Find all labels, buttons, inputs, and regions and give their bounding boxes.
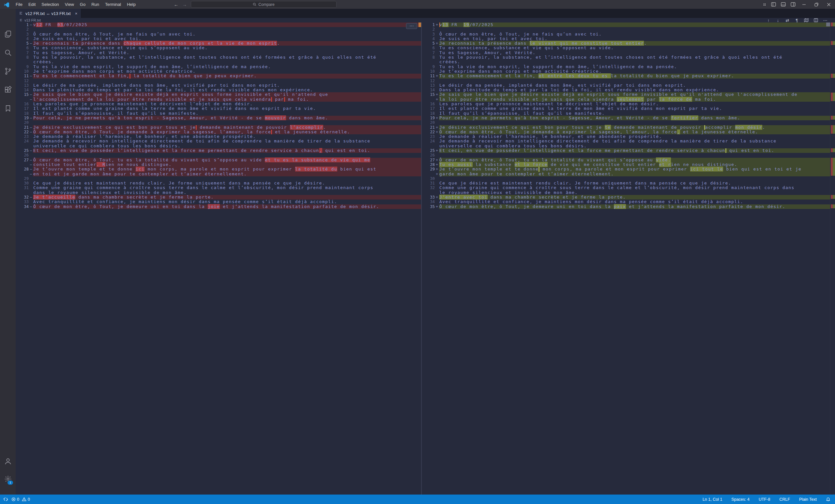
diff-row-original-11[interactable]: 11−Tu es le commencement et la fin, la t… bbox=[16, 74, 421, 78]
code-text[interactable]: Comme une graine qui commence à croître … bbox=[439, 186, 830, 190]
diff-row-original-34[interactable]: 34−Ô cœur de mon être, ô Tout, je demeur… bbox=[16, 204, 421, 209]
code-text[interactable] bbox=[439, 153, 830, 158]
more-actions-icon[interactable]: ⋯ bbox=[822, 18, 828, 22]
code-text[interactable]: Dans la plénitude du temps et par la loi… bbox=[439, 88, 830, 92]
code-text[interactable]: Tu es le commencement et la fin, la tota… bbox=[33, 74, 421, 78]
diff-row-original-26[interactable]: 26 bbox=[16, 153, 421, 158]
code-text[interactable]: Ce que je désire est maintenant rendu cl… bbox=[33, 181, 421, 186]
code-text[interactable]: la loi pour être rendu visible et je sai… bbox=[439, 97, 830, 102]
code-text[interactable]: créées. bbox=[439, 60, 830, 64]
minimize-icon[interactable] bbox=[798, 0, 810, 9]
cursor-position[interactable]: Ln 1, Col 1 bbox=[702, 497, 722, 502]
code-text[interactable] bbox=[33, 27, 421, 31]
split-editor-icon[interactable] bbox=[813, 18, 818, 22]
line-number[interactable]: 13 bbox=[422, 83, 435, 88]
line-number[interactable] bbox=[16, 172, 29, 176]
line-number[interactable]: 7 bbox=[422, 50, 435, 55]
line-number[interactable]: 2 bbox=[16, 27, 29, 31]
code-text[interactable]: Je désire exclusivement ce qui est bon p… bbox=[33, 125, 421, 130]
code-text[interactable]: v13 FR 19/07/2025 bbox=[439, 22, 830, 27]
code-text[interactable]: Il est planté comme une graine dans la t… bbox=[33, 106, 421, 111]
diff-row-original-6[interactable]: 6Tu es conscience, substance et vie qui … bbox=[16, 46, 421, 50]
diff-row-modified-11[interactable]: 11+Tu es le commencement et la fin, et e… bbox=[422, 74, 830, 78]
diff-row-original-31[interactable]: 31Comme une graine qui commence à croîtr… bbox=[16, 186, 421, 190]
line-number[interactable] bbox=[16, 144, 29, 148]
diff-row-original-2[interactable]: 2 bbox=[16, 27, 421, 31]
code-text[interactable] bbox=[439, 79, 830, 83]
code-text[interactable]: Ô cœur de mon être, ô Tout, je ne fais q… bbox=[439, 32, 830, 37]
diff-row-modified-15[interactable]: 15+Je sais que le bien que je désire exi… bbox=[422, 92, 830, 97]
code-text[interactable]: Le désir de ma pensée, implanté dans mon… bbox=[33, 83, 421, 88]
code-text[interactable]: Tu es Sagesse, Amour, et Vérité. bbox=[439, 50, 830, 55]
diff-row-original-8[interactable]: 8Tu es le pouvoir, la substance, et l’in… bbox=[16, 55, 421, 60]
diff-row-modified-24[interactable]: 24Je demande à recevoir mon intelligence… bbox=[422, 139, 830, 143]
diff-row-original-15[interactable]: 15−Je sais que le bien que je désire exi… bbox=[16, 92, 421, 97]
line-number[interactable] bbox=[422, 190, 435, 195]
code-text[interactable] bbox=[439, 176, 830, 181]
line-number[interactable]: 33 bbox=[422, 195, 435, 200]
line-number[interactable]: 20 bbox=[422, 120, 435, 125]
forward-icon[interactable]: → bbox=[182, 2, 187, 7]
source-control-icon[interactable] bbox=[0, 65, 16, 78]
tab-diff-v12-v13[interactable]: v12 FR.txt ↔ v13 FR.txt × bbox=[16, 9, 81, 18]
line-number[interactable]: 8 bbox=[16, 55, 29, 60]
line-number[interactable]: 18 bbox=[16, 111, 29, 116]
line-number[interactable] bbox=[422, 144, 435, 148]
diff-row-modified-21[interactable]: 21+Je désire exclusivement ce qui est bo… bbox=[422, 125, 830, 130]
line-number[interactable]: 31 bbox=[422, 181, 435, 186]
diff-row-original-wrap[interactable]: −constitue tout entier. Rien ne nous dis… bbox=[16, 162, 421, 167]
code-text[interactable]: Les paroles que je prononce maintenant t… bbox=[439, 102, 830, 106]
line-number[interactable]: 31 bbox=[16, 186, 29, 190]
diff-row-modified-4[interactable]: 4Je suis en toi, par toi et avec toi. bbox=[422, 37, 830, 41]
line-number[interactable]: 16 bbox=[422, 102, 435, 106]
code-text[interactable]: Tu es la vie de mon esprit, le support d… bbox=[33, 65, 421, 69]
line-number[interactable]: 4 bbox=[16, 37, 29, 41]
diff-pane-original[interactable]: 1−v12 FR 03/07/202523Ô cœur de mon être,… bbox=[16, 22, 421, 495]
code-text[interactable]: Tu es le pouvoir, la substance, et l’int… bbox=[439, 55, 830, 60]
line-number[interactable]: 34 bbox=[422, 200, 435, 204]
diff-row-original-28[interactable]: 28−Je t’ouvre mon temple et te donne ici… bbox=[16, 167, 421, 171]
line-number[interactable]: 25 bbox=[422, 148, 435, 153]
line-number[interactable]: 19 bbox=[16, 116, 29, 120]
code-text[interactable]: Je demande à recevoir mon intelligence d… bbox=[439, 139, 830, 143]
diff-row-original-12[interactable]: 12 bbox=[16, 79, 421, 83]
language-mode[interactable]: Plain Text bbox=[799, 497, 817, 502]
code-text[interactable]: l'accomplissement de la loi pour être re… bbox=[33, 97, 421, 102]
diff-row-original-7[interactable]: 7Tu es Sagesse, Amour, et Vérité. bbox=[16, 50, 421, 55]
diff-row-modified-25[interactable]: 25+Et ceci, en vue de posséder l’intelli… bbox=[422, 148, 830, 153]
line-number[interactable]: 29 bbox=[422, 167, 435, 171]
line-number[interactable]: 30 bbox=[422, 176, 435, 181]
line-number[interactable]: 17 bbox=[422, 106, 435, 111]
line-number[interactable] bbox=[422, 172, 435, 176]
line-number[interactable] bbox=[16, 162, 29, 167]
line-number[interactable]: 9 bbox=[16, 65, 29, 69]
menu-view[interactable]: View bbox=[62, 2, 77, 7]
code-text[interactable]: Et ceci, en vue de posséder l’intelligen… bbox=[33, 148, 421, 153]
code-text[interactable]: Je demande à réaliser l’harmonie, le bon… bbox=[439, 134, 830, 139]
diff-row-modified-7[interactable]: 7Tu es Sagesse, Amour, et Vérité. bbox=[422, 50, 830, 55]
line-number[interactable]: 22 bbox=[422, 130, 435, 134]
code-text[interactable]: Le désir de ma pensée, implanté dans mon… bbox=[439, 83, 830, 88]
line-number[interactable] bbox=[422, 97, 435, 102]
line-number[interactable]: 1 bbox=[16, 22, 29, 27]
diff-row-original-17[interactable]: 17Il est planté comme une graine dans la… bbox=[16, 106, 421, 111]
code-text[interactable]: Tu es conscience, substance et vie qui s… bbox=[439, 46, 830, 50]
previous-change-icon[interactable]: ↑ bbox=[766, 18, 771, 22]
diff-row-modified-3[interactable]: 3Ô cœur de mon être, ô Tout, je ne fais … bbox=[422, 32, 830, 37]
accounts-icon[interactable] bbox=[0, 455, 16, 468]
code-text[interactable]: constitue tout entier. Rien ne nous dist… bbox=[33, 162, 421, 167]
diff-row-modified-31[interactable]: 31Ce que je désire est maintenant rendu … bbox=[422, 181, 830, 186]
toggle-secondary-sidebar-icon[interactable] bbox=[788, 0, 798, 9]
code-text[interactable]: Pour cela, je ne permets qu'à ton esprit… bbox=[33, 116, 421, 120]
diff-row-original-1[interactable]: 1−v12 FR 03/07/2025 bbox=[16, 22, 421, 27]
code-text[interactable]: Je reconnais ta présence dans le vivant … bbox=[439, 41, 830, 46]
diff-row-original-29[interactable]: 29 bbox=[16, 176, 421, 181]
code-text[interactable] bbox=[33, 176, 421, 181]
line-number[interactable]: 14 bbox=[16, 88, 29, 92]
diff-row-modified-29[interactable]: 29+Je t’ouvre mon temple et te donne mon… bbox=[422, 167, 830, 171]
code-text[interactable]: Je désire exclusivement ce qui est bon p… bbox=[439, 125, 830, 130]
line-number[interactable] bbox=[16, 190, 29, 195]
line-number[interactable]: 23 bbox=[16, 134, 29, 139]
toggle-panel-icon[interactable] bbox=[778, 0, 788, 9]
diff-row-original-30[interactable]: 30Ce que je désire est maintenant rendu … bbox=[16, 181, 421, 186]
